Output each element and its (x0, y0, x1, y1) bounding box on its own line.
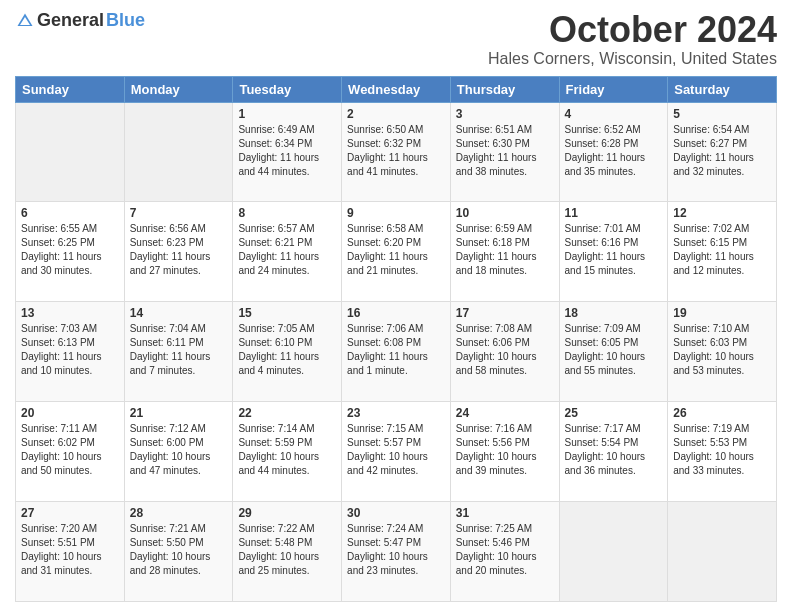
header-tuesday: Tuesday (233, 76, 342, 102)
day-info-4-3: Sunrise: 7:24 AM Sunset: 5:47 PM Dayligh… (347, 522, 445, 578)
calendar-cell-1-5: 11Sunrise: 7:01 AM Sunset: 6:16 PM Dayli… (559, 202, 668, 302)
calendar-cell-0-2: 1Sunrise: 6:49 AM Sunset: 6:34 PM Daylig… (233, 102, 342, 202)
page: General Blue October 2024 Hales Corners,… (0, 0, 792, 612)
day-info-3-5: Sunrise: 7:17 AM Sunset: 5:54 PM Dayligh… (565, 422, 663, 478)
header-monday: Monday (124, 76, 233, 102)
day-info-2-4: Sunrise: 7:08 AM Sunset: 6:06 PM Dayligh… (456, 322, 554, 378)
day-number-4-3: 30 (347, 506, 445, 520)
day-info-1-2: Sunrise: 6:57 AM Sunset: 6:21 PM Dayligh… (238, 222, 336, 278)
day-number-4-4: 31 (456, 506, 554, 520)
calendar-cell-1-0: 6Sunrise: 6:55 AM Sunset: 6:25 PM Daylig… (16, 202, 125, 302)
calendar-cell-2-3: 16Sunrise: 7:06 AM Sunset: 6:08 PM Dayli… (342, 302, 451, 402)
calendar-cell-4-1: 28Sunrise: 7:21 AM Sunset: 5:50 PM Dayli… (124, 502, 233, 602)
day-number-2-4: 17 (456, 306, 554, 320)
day-info-4-4: Sunrise: 7:25 AM Sunset: 5:46 PM Dayligh… (456, 522, 554, 578)
week-row-3: 20Sunrise: 7:11 AM Sunset: 6:02 PM Dayli… (16, 402, 777, 502)
calendar-cell-4-6 (668, 502, 777, 602)
title-section: October 2024 Hales Corners, Wisconsin, U… (488, 10, 777, 68)
calendar-cell-0-6: 5Sunrise: 6:54 AM Sunset: 6:27 PM Daylig… (668, 102, 777, 202)
calendar-cell-1-1: 7Sunrise: 6:56 AM Sunset: 6:23 PM Daylig… (124, 202, 233, 302)
day-number-1-5: 11 (565, 206, 663, 220)
day-info-1-5: Sunrise: 7:01 AM Sunset: 6:16 PM Dayligh… (565, 222, 663, 278)
header-friday: Friday (559, 76, 668, 102)
day-info-0-5: Sunrise: 6:52 AM Sunset: 6:28 PM Dayligh… (565, 123, 663, 179)
calendar-cell-3-6: 26Sunrise: 7:19 AM Sunset: 5:53 PM Dayli… (668, 402, 777, 502)
day-number-0-2: 1 (238, 107, 336, 121)
day-number-4-1: 28 (130, 506, 228, 520)
location-title: Hales Corners, Wisconsin, United States (488, 50, 777, 68)
day-info-3-6: Sunrise: 7:19 AM Sunset: 5:53 PM Dayligh… (673, 422, 771, 478)
day-info-2-2: Sunrise: 7:05 AM Sunset: 6:10 PM Dayligh… (238, 322, 336, 378)
day-info-3-1: Sunrise: 7:12 AM Sunset: 6:00 PM Dayligh… (130, 422, 228, 478)
day-info-1-3: Sunrise: 6:58 AM Sunset: 6:20 PM Dayligh… (347, 222, 445, 278)
day-info-4-0: Sunrise: 7:20 AM Sunset: 5:51 PM Dayligh… (21, 522, 119, 578)
day-info-2-0: Sunrise: 7:03 AM Sunset: 6:13 PM Dayligh… (21, 322, 119, 378)
calendar-cell-3-5: 25Sunrise: 7:17 AM Sunset: 5:54 PM Dayli… (559, 402, 668, 502)
header: General Blue October 2024 Hales Corners,… (15, 10, 777, 68)
calendar-cell-2-0: 13Sunrise: 7:03 AM Sunset: 6:13 PM Dayli… (16, 302, 125, 402)
day-number-1-2: 8 (238, 206, 336, 220)
day-info-3-0: Sunrise: 7:11 AM Sunset: 6:02 PM Dayligh… (21, 422, 119, 478)
day-info-0-6: Sunrise: 6:54 AM Sunset: 6:27 PM Dayligh… (673, 123, 771, 179)
day-number-3-0: 20 (21, 406, 119, 420)
calendar-cell-2-2: 15Sunrise: 7:05 AM Sunset: 6:10 PM Dayli… (233, 302, 342, 402)
calendar-cell-0-4: 3Sunrise: 6:51 AM Sunset: 6:30 PM Daylig… (450, 102, 559, 202)
calendar-cell-2-6: 19Sunrise: 7:10 AM Sunset: 6:03 PM Dayli… (668, 302, 777, 402)
logo-blue-text: Blue (106, 10, 145, 31)
week-row-2: 13Sunrise: 7:03 AM Sunset: 6:13 PM Dayli… (16, 302, 777, 402)
week-row-4: 27Sunrise: 7:20 AM Sunset: 5:51 PM Dayli… (16, 502, 777, 602)
day-info-0-2: Sunrise: 6:49 AM Sunset: 6:34 PM Dayligh… (238, 123, 336, 179)
header-thursday: Thursday (450, 76, 559, 102)
calendar-cell-4-0: 27Sunrise: 7:20 AM Sunset: 5:51 PM Dayli… (16, 502, 125, 602)
calendar-cell-2-1: 14Sunrise: 7:04 AM Sunset: 6:11 PM Dayli… (124, 302, 233, 402)
day-info-1-1: Sunrise: 6:56 AM Sunset: 6:23 PM Dayligh… (130, 222, 228, 278)
logo-icon (15, 11, 35, 31)
day-info-4-2: Sunrise: 7:22 AM Sunset: 5:48 PM Dayligh… (238, 522, 336, 578)
day-number-2-6: 19 (673, 306, 771, 320)
day-info-2-1: Sunrise: 7:04 AM Sunset: 6:11 PM Dayligh… (130, 322, 228, 378)
day-number-2-0: 13 (21, 306, 119, 320)
calendar-cell-1-6: 12Sunrise: 7:02 AM Sunset: 6:15 PM Dayli… (668, 202, 777, 302)
day-info-3-2: Sunrise: 7:14 AM Sunset: 5:59 PM Dayligh… (238, 422, 336, 478)
day-number-1-0: 6 (21, 206, 119, 220)
day-header-row: Sunday Monday Tuesday Wednesday Thursday… (16, 76, 777, 102)
calendar-cell-4-3: 30Sunrise: 7:24 AM Sunset: 5:47 PM Dayli… (342, 502, 451, 602)
day-number-4-0: 27 (21, 506, 119, 520)
calendar-cell-2-5: 18Sunrise: 7:09 AM Sunset: 6:05 PM Dayli… (559, 302, 668, 402)
day-info-3-4: Sunrise: 7:16 AM Sunset: 5:56 PM Dayligh… (456, 422, 554, 478)
day-info-2-5: Sunrise: 7:09 AM Sunset: 6:05 PM Dayligh… (565, 322, 663, 378)
day-number-1-6: 12 (673, 206, 771, 220)
day-number-3-5: 25 (565, 406, 663, 420)
day-number-0-4: 3 (456, 107, 554, 121)
day-info-0-3: Sunrise: 6:50 AM Sunset: 6:32 PM Dayligh… (347, 123, 445, 179)
header-saturday: Saturday (668, 76, 777, 102)
day-number-2-5: 18 (565, 306, 663, 320)
day-info-1-4: Sunrise: 6:59 AM Sunset: 6:18 PM Dayligh… (456, 222, 554, 278)
day-number-2-3: 16 (347, 306, 445, 320)
calendar-cell-0-0 (16, 102, 125, 202)
header-sunday: Sunday (16, 76, 125, 102)
day-info-3-3: Sunrise: 7:15 AM Sunset: 5:57 PM Dayligh… (347, 422, 445, 478)
logo-general-text: General (37, 10, 104, 31)
calendar-cell-1-4: 10Sunrise: 6:59 AM Sunset: 6:18 PM Dayli… (450, 202, 559, 302)
day-number-4-2: 29 (238, 506, 336, 520)
day-number-0-5: 4 (565, 107, 663, 121)
logo: General Blue (15, 10, 145, 31)
day-info-2-6: Sunrise: 7:10 AM Sunset: 6:03 PM Dayligh… (673, 322, 771, 378)
day-number-1-3: 9 (347, 206, 445, 220)
day-number-3-3: 23 (347, 406, 445, 420)
calendar-cell-1-2: 8Sunrise: 6:57 AM Sunset: 6:21 PM Daylig… (233, 202, 342, 302)
day-number-2-1: 14 (130, 306, 228, 320)
day-number-3-2: 22 (238, 406, 336, 420)
calendar-cell-0-1 (124, 102, 233, 202)
calendar-cell-4-2: 29Sunrise: 7:22 AM Sunset: 5:48 PM Dayli… (233, 502, 342, 602)
day-info-1-0: Sunrise: 6:55 AM Sunset: 6:25 PM Dayligh… (21, 222, 119, 278)
day-number-0-3: 2 (347, 107, 445, 121)
calendar-cell-3-4: 24Sunrise: 7:16 AM Sunset: 5:56 PM Dayli… (450, 402, 559, 502)
week-row-0: 1Sunrise: 6:49 AM Sunset: 6:34 PM Daylig… (16, 102, 777, 202)
month-title: October 2024 (488, 10, 777, 50)
calendar-cell-3-0: 20Sunrise: 7:11 AM Sunset: 6:02 PM Dayli… (16, 402, 125, 502)
calendar-cell-4-4: 31Sunrise: 7:25 AM Sunset: 5:46 PM Dayli… (450, 502, 559, 602)
day-number-1-1: 7 (130, 206, 228, 220)
calendar-cell-3-3: 23Sunrise: 7:15 AM Sunset: 5:57 PM Dayli… (342, 402, 451, 502)
